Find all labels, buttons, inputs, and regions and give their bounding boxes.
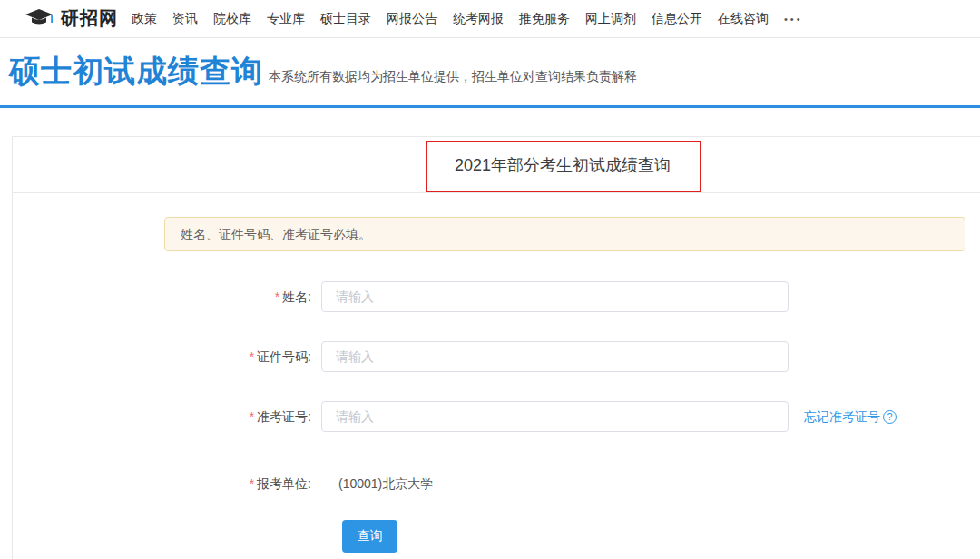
nav-item-info-disclosure[interactable]: 信息公开 [652,11,702,27]
nav-item-report-notice[interactable]: 网报公告 [387,11,437,27]
site-logo[interactable]: 研招网 [24,6,118,32]
page-title: 硕士初试成绩查询 [9,51,263,93]
ticket-number-label: *准考证号: [149,401,311,432]
question-circle-icon[interactable]: ? [883,410,897,424]
page: 研招网 政策 资讯 院校库 专业库 硕士目录 网报公告 统考网报 推免服务 网上… [0,0,980,559]
site-logo-text: 研招网 [61,6,118,31]
institution-label: *报考单位: [149,468,311,499]
nav-item-news[interactable]: 资讯 [172,11,198,27]
top-nav: 研招网 政策 资讯 院校库 专业库 硕士目录 网报公告 统考网报 推免服务 网上… [0,0,980,38]
name-input[interactable] [321,281,789,312]
card-header: 2021年部分考生初试成绩查询 [13,137,980,193]
nav-item-major-db[interactable]: 专业库 [267,11,305,27]
id-number-input[interactable] [321,341,789,372]
id-number-label: *证件号码: [149,341,311,372]
card-title: 2021年部分考生初试成绩查询 [13,137,980,193]
forgot-ticket-link[interactable]: 忘记准考证号? [804,401,897,432]
query-card: 2021年部分考生初试成绩查询 姓名、证件号码、准考证号必填。 *姓名: *证件… [12,136,980,559]
nav-item-online-adjustment[interactable]: 网上调剂 [585,11,636,27]
page-subtitle: 本系统所有数据均为招生单位提供，招生单位对查询结果负责解释 [269,69,637,85]
nav-item-unified-exam-report[interactable]: 统考网报 [453,11,504,27]
nav-item-online-consult[interactable]: 在线咨询 [718,11,769,27]
query-button[interactable]: 查询 [342,520,397,553]
header-divider [0,105,980,108]
required-marker: * [275,289,279,304]
nav-more-ellipsis[interactable]: ••• [784,14,803,25]
required-marker: * [250,409,254,424]
nav-menu: 政策 资讯 院校库 专业库 硕士目录 网报公告 统考网报 推免服务 网上调剂 信… [132,11,803,27]
required-marker: * [250,476,254,491]
ticket-number-input[interactable] [321,401,789,432]
nav-item-policy[interactable]: 政策 [132,11,157,27]
name-label: *姓名: [149,281,311,312]
nav-item-master-catalog[interactable]: 硕士目录 [320,11,371,27]
required-notice: 姓名、证件号码、准考证号必填。 [164,217,965,251]
graduation-cap-icon [24,6,54,32]
nav-item-college-db[interactable]: 院校库 [213,11,251,27]
nav-item-exemption-service[interactable]: 推免服务 [519,11,570,27]
institution-value: (10001)北京大学 [338,468,433,499]
required-marker: * [250,349,254,364]
